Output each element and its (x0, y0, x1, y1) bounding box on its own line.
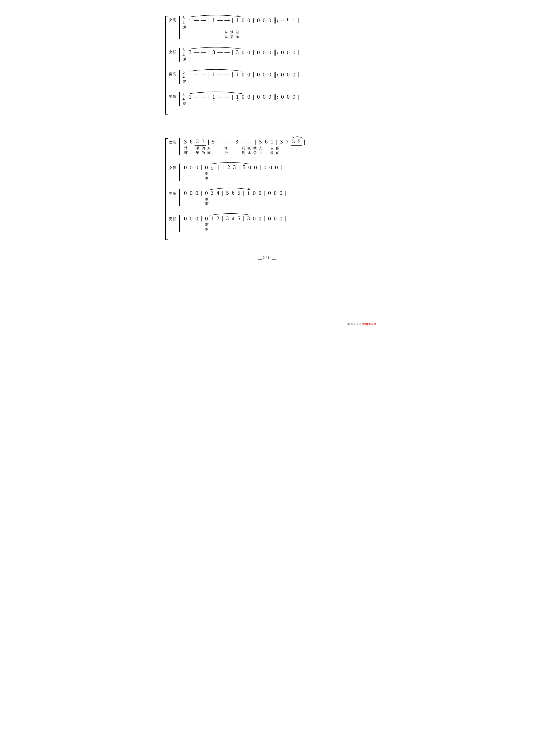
bl-ml2-4: | (264, 215, 266, 222)
voice-label-male-low: 男低 (169, 92, 179, 99)
music-body-fl1: 34 3 — — | 3 — — (179, 48, 369, 62)
notes-row-mh1: 34 i — — | i — — (183, 70, 369, 79)
section-2: 女高 3 6 33 | 5 — — (165, 138, 369, 240)
n5b: 5 (297, 138, 301, 145)
lc-sp1 (212, 146, 217, 150)
n0-mh5: 0 (268, 71, 272, 78)
lyric-tao: 涛 (236, 35, 239, 40)
page-number: __ 2 / 11 __ (258, 256, 276, 260)
lc-huan: 环 (183, 150, 189, 155)
bl-ml2: | (232, 94, 233, 100)
bl-fl2: | (232, 49, 233, 56)
bl-mh2-5: | (285, 190, 287, 196)
lyrics-fl2-2: 啊 (203, 176, 369, 181)
n0-ml2-3: 0 (195, 215, 199, 222)
voice-row-female-high-1: 女高 34 i — — | (169, 16, 369, 40)
n0-fl3: 0 (256, 49, 261, 56)
n5-ml2: 5 (237, 215, 241, 222)
bl-mh1: | (208, 71, 210, 78)
lc-dao2: 到 (241, 150, 246, 155)
notes-row-fh1: 34 i — — | i — (183, 16, 369, 25)
note-55-fh2-wrap: 55 (291, 138, 302, 146)
note-i-mh3: i (235, 71, 239, 78)
slur-group-fh1: i — — | i — — | (187, 17, 234, 23)
lyrics-fh1-line3: 从 碧 涛 (183, 35, 369, 40)
bl-fh2-3: | (255, 139, 256, 145)
lyrics-ml1: 梦， (183, 101, 369, 106)
n2-ml2: 2 (216, 215, 220, 222)
d-ml4: — (224, 94, 230, 100)
note-3-3: 3 (235, 49, 239, 56)
lc-wei: 巍 (246, 146, 252, 150)
bl-ml2-2: | (222, 215, 223, 222)
bl-ml2-3: | (243, 215, 244, 222)
d-ml2: — (201, 94, 206, 100)
lyric-bi: 碧 (230, 35, 234, 40)
lc-ru: 入 (258, 146, 263, 150)
lc-rao: 绕 (194, 150, 200, 155)
n0-ml2-7: 0 (267, 215, 272, 222)
n5b-fl2: 5 (242, 164, 246, 171)
n3b: 3 (201, 138, 205, 145)
music-body-fh1: 34 i — — | i — (179, 16, 369, 40)
lc-hao: 浩 (183, 146, 189, 150)
lc-sha: 沙 (223, 150, 229, 155)
n0-ml5: 0 (268, 94, 272, 100)
page-footer: __ 2 / 11 __ (165, 256, 369, 260)
lc-bing: 冰 (246, 150, 252, 155)
n0-fl5: 0 (268, 49, 272, 56)
n0-ml2-8: 0 (273, 215, 277, 222)
lyric-cong1: 从 (225, 30, 228, 35)
bl-mh2-3: | (243, 190, 244, 196)
n0-fl2-6: 0 (253, 164, 258, 171)
section-1: 女高 34 i — — | (165, 16, 369, 115)
bl-ml4: | (298, 94, 299, 100)
music-body-fh2: 3 6 33 | 5 — — | 3 — (179, 138, 369, 155)
voice-label-fh2: 女高 (169, 138, 179, 145)
bl-fl2-2: | (217, 164, 219, 171)
lyric-meng-ml: 梦， (183, 101, 190, 106)
music-body-ml1: 34 1 — — | 1 — — (179, 92, 369, 106)
d-mh1: — (194, 71, 199, 78)
lc-sp8 (217, 150, 223, 155)
n0-mh2-2: 0 (189, 190, 193, 197)
lyrics-mh1: 梦， (183, 79, 369, 84)
n0-ml6: 0 (280, 94, 285, 100)
n0-fl8: 0 (292, 49, 296, 56)
bl-mh2-4: | (264, 190, 266, 196)
slur-group-ml1: 1 — — | 1 — — | (187, 94, 234, 100)
bl-fh2-1: | (208, 139, 209, 145)
n0-mh2-9: 0 (279, 190, 283, 197)
bl-fh2-5: | (304, 139, 305, 145)
lyric-cong2: 从 (225, 35, 228, 40)
n0-fl2-3: 0 (195, 164, 199, 171)
lc-sp3 (229, 146, 235, 150)
note-6-fh2: 6 (189, 139, 193, 145)
time-sig-mh1: 34 (183, 70, 185, 79)
n0-ml2-9: 0 (279, 215, 283, 222)
n0-mh6: 0 (280, 71, 285, 78)
note-i1: i (188, 17, 192, 23)
voice-row-male-low-1: 男低 34 1 — — | (169, 92, 369, 106)
voice-row-female-low-1: 女低 34 3 — — | (169, 48, 369, 62)
bl-fl1: | (208, 49, 210, 56)
dash3: — (217, 17, 223, 23)
lyric-meng1: 梦， (183, 25, 190, 30)
n0-ml2-2: 0 (189, 215, 193, 222)
lyrics-mh2-1: 啊 (203, 197, 369, 202)
n0-fl2-2: 0 (189, 164, 193, 171)
d-ml1: — (194, 94, 199, 100)
n0-ml2-1: 0 (183, 215, 188, 222)
lyrics-fh1-line2: 从 烟 波 (183, 30, 369, 35)
n0-ml2-5: 0 (252, 215, 256, 222)
lc-a-ml2-1: 啊 (204, 223, 210, 227)
n0-fl2: 0 (247, 49, 251, 56)
note-33-fh2: 33 (194, 138, 206, 146)
dash-fl4: — (224, 49, 230, 56)
lc-a-mh2-1: 啊 (204, 197, 210, 202)
n0-fl2-5: 0 (248, 164, 252, 171)
n0-fl6: 0 (280, 49, 285, 56)
dash-fh2-1: — (217, 139, 222, 145)
ni-mh2: i (246, 190, 251, 196)
notes-row-ml2: 0 0 0 | 0 1 2 (183, 215, 369, 223)
